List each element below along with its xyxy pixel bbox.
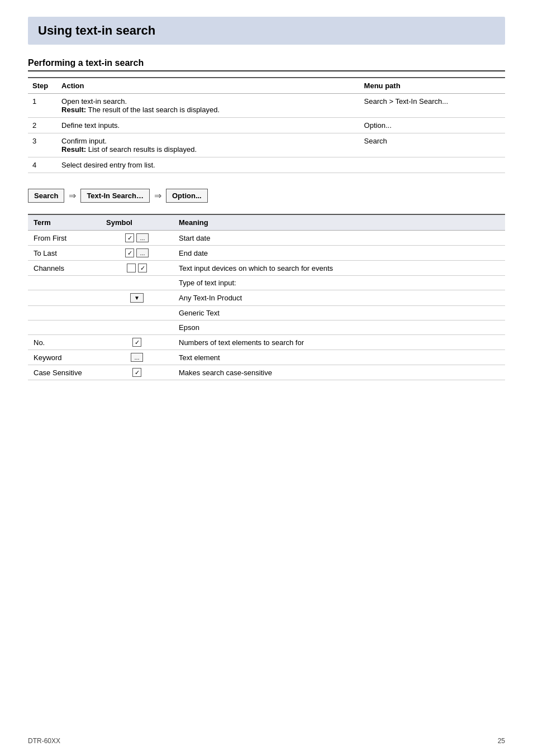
checked-icon: ✓ [125, 233, 134, 242]
term-cell [28, 290, 101, 306]
meaning-cell: Any Text-In Product [173, 290, 505, 306]
table-row: Generic Text [28, 306, 505, 320]
term-cell [28, 320, 101, 335]
symbol-cell: ✓... [101, 231, 173, 246]
terms-col-symbol: Symbol [101, 214, 173, 231]
table-row: Epson [28, 320, 505, 335]
term-cell [28, 306, 101, 320]
symbol-cell [101, 276, 173, 290]
term-cell: Channels [28, 261, 101, 276]
step-menu-path: Search [360, 133, 505, 157]
table-row: 1Open text-in search.Result: The result … [28, 94, 505, 118]
checked-icon: ✓ [132, 338, 141, 347]
term-cell: Case Sensitive [28, 365, 101, 380]
symbol-cell: ✓ [101, 261, 173, 276]
table-row: Channels✓Text input devices on which to … [28, 261, 505, 276]
steps-col-action: Action [57, 78, 360, 94]
terms-col-meaning: Meaning [173, 214, 505, 231]
page-title-bar: Using text-in search [28, 17, 505, 45]
step-menu-path: Option... [360, 118, 505, 133]
symbol-cell: ... [101, 350, 173, 365]
nav-arrow-1: ⇒ [69, 190, 76, 201]
nav-search-button[interactable]: Search [28, 189, 64, 203]
symbol-cell: ✓... [101, 246, 173, 261]
footer-left: DTR-60XX [28, 737, 60, 745]
terms-table: Term Symbol Meaning From First✓...Start … [28, 214, 505, 380]
meaning-cell: Numbers of text elements to search for [173, 335, 505, 350]
dropdown-button[interactable]: ▼ [130, 293, 144, 303]
symbol-cell: ✓ [101, 335, 173, 350]
meaning-cell: End date [173, 246, 505, 261]
section-heading: Performing a text-in search [28, 58, 505, 71]
nav-arrow-2: ⇒ [154, 190, 161, 201]
meaning-cell: Text element [173, 350, 505, 365]
meaning-cell: Epson [173, 320, 505, 335]
steps-col-step: Step [28, 78, 57, 94]
table-row: 3Confirm input.Result: List of search re… [28, 133, 505, 157]
nav-path: Search ⇒ Text-In Search… ⇒ Option... [28, 189, 505, 203]
symbol-cell: ▼ [101, 290, 173, 306]
checked-icon: ✓ [125, 248, 134, 257]
table-row: To Last✓...End date [28, 246, 505, 261]
steps-col-menu: Menu path [360, 78, 505, 94]
unchecked-icon [127, 264, 136, 272]
dots-button[interactable]: ... [136, 233, 148, 242]
step-number: 2 [28, 118, 57, 133]
checked-icon: ✓ [132, 368, 141, 377]
term-cell: To Last [28, 246, 101, 261]
checked-icon: ✓ [138, 264, 147, 272]
term-cell: No. [28, 335, 101, 350]
meaning-cell: Makes search case-sensitive [173, 365, 505, 380]
step-action: Confirm input.Result: List of search res… [57, 133, 360, 157]
term-cell: Keyword [28, 350, 101, 365]
page-title: Using text-in search [38, 23, 495, 38]
term-cell [28, 276, 101, 290]
dots-button[interactable]: ... [136, 248, 148, 257]
table-row: Type of text input: [28, 276, 505, 290]
step-action: Define text inputs. [57, 118, 360, 133]
page-footer: DTR-60XX 25 [28, 737, 505, 745]
table-row: No.✓Numbers of text elements to search f… [28, 335, 505, 350]
steps-table: Step Action Menu path 1Open text-in sear… [28, 77, 505, 173]
step-action: Select desired entry from list. [57, 157, 360, 173]
meaning-cell: Start date [173, 231, 505, 246]
nav-text-in-search-button[interactable]: Text-In Search… [80, 189, 150, 203]
meaning-cell: Type of text input: [173, 276, 505, 290]
terms-col-term: Term [28, 214, 101, 231]
meaning-cell: Text input devices on which to search fo… [173, 261, 505, 276]
symbol-cell [101, 320, 173, 335]
nav-option-button[interactable]: Option... [166, 189, 208, 203]
step-number: 1 [28, 94, 57, 118]
step-menu-path: Search > Text-In Search... [360, 94, 505, 118]
table-row: Case Sensitive✓Makes search case-sensiti… [28, 365, 505, 380]
dots-button[interactable]: ... [131, 353, 142, 362]
step-number: 3 [28, 133, 57, 157]
footer-right: 25 [498, 737, 505, 745]
table-row: From First✓...Start date [28, 231, 505, 246]
table-row: 2Define text inputs.Option... [28, 118, 505, 133]
step-menu-path [360, 157, 505, 173]
symbol-cell [101, 306, 173, 320]
step-action: Open text-in search.Result: The result o… [57, 94, 360, 118]
symbol-cell: ✓ [101, 365, 173, 380]
step-number: 4 [28, 157, 57, 173]
term-cell: From First [28, 231, 101, 246]
table-row: 4Select desired entry from list. [28, 157, 505, 173]
meaning-cell: Generic Text [173, 306, 505, 320]
table-row: Keyword...Text element [28, 350, 505, 365]
table-row: ▼Any Text-In Product [28, 290, 505, 306]
